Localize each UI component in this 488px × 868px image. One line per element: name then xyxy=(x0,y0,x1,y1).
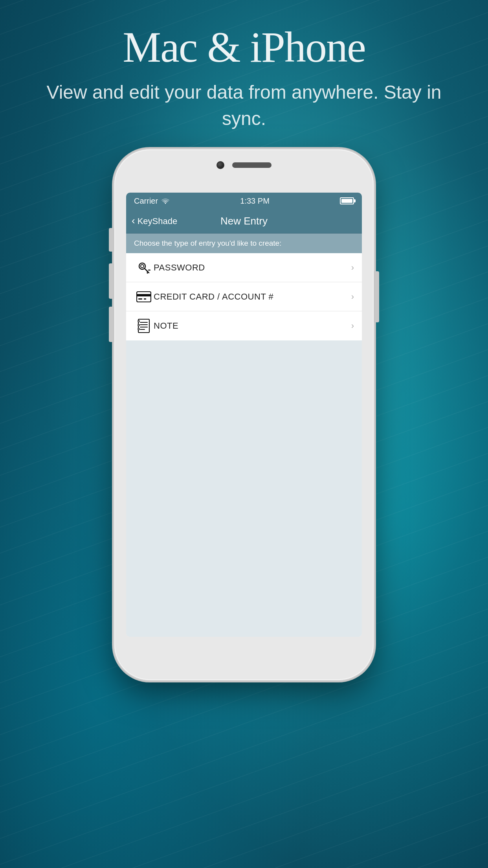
password-chevron-icon: › xyxy=(351,263,354,273)
status-time: 1:33 PM xyxy=(240,197,269,206)
svg-point-1 xyxy=(141,265,144,268)
back-button[interactable]: ‹ KeyShade xyxy=(132,215,177,227)
svg-rect-8 xyxy=(144,298,146,300)
phone-speaker xyxy=(232,162,272,168)
list-item-note[interactable]: NOTE › xyxy=(126,311,362,340)
svg-rect-7 xyxy=(138,298,142,300)
list-item-password[interactable]: PASSWORD › xyxy=(126,253,362,282)
svg-rect-6 xyxy=(137,294,151,296)
back-label: KeyShade xyxy=(138,216,178,226)
phone-camera xyxy=(216,161,224,169)
battery-fill xyxy=(341,199,352,203)
screen-content: Carrier 1:33 PM xyxy=(126,193,362,637)
credit-card-label: CREDIT CARD / ACCOUNT # xyxy=(154,292,351,302)
page-subtitle: View and edit your data from anywhere. S… xyxy=(31,79,457,132)
phone-volume-up-button xyxy=(109,263,114,299)
note-label: NOTE xyxy=(154,321,351,331)
nav-bar: ‹ KeyShade New Entry xyxy=(126,209,362,234)
carrier-label: Carrier xyxy=(134,197,158,206)
phone-volume-down-button xyxy=(109,307,114,342)
battery-indicator xyxy=(340,197,354,204)
wifi-icon xyxy=(161,198,170,204)
svg-line-2 xyxy=(145,268,149,273)
phone-power-button xyxy=(374,271,379,322)
key-icon xyxy=(134,261,154,274)
phone-screen: Carrier 1:33 PM xyxy=(126,193,362,637)
credit-card-icon xyxy=(134,291,154,302)
battery-icon xyxy=(340,197,354,204)
status-bar: Carrier 1:33 PM xyxy=(126,193,362,209)
header-section: Mac & iPhone View and edit your data fro… xyxy=(0,24,488,132)
page-title: Mac & iPhone xyxy=(31,24,457,71)
section-header: Choose the type of entry you'd like to c… xyxy=(126,234,362,253)
phone-body: Carrier 1:33 PM xyxy=(114,149,374,680)
credit-card-chevron-icon: › xyxy=(351,292,354,302)
carrier-info: Carrier xyxy=(134,197,170,206)
back-chevron-icon: ‹ xyxy=(132,215,135,227)
entry-type-list: PASSWORD › CREDIT xyxy=(126,253,362,340)
note-icon xyxy=(134,319,154,333)
list-item-credit-card[interactable]: CREDIT CARD / ACCOUNT # › xyxy=(126,282,362,311)
nav-title: New Entry xyxy=(220,215,268,227)
phone-mute-button xyxy=(109,228,114,252)
svg-rect-5 xyxy=(137,292,151,302)
section-header-text: Choose the type of entry you'd like to c… xyxy=(134,239,281,247)
note-chevron-icon: › xyxy=(351,321,354,331)
empty-content-area xyxy=(126,340,362,637)
phone-mockup: Carrier 1:33 PM xyxy=(114,149,374,680)
password-label: PASSWORD xyxy=(154,263,351,273)
phone-top-area xyxy=(114,161,374,169)
svg-rect-9 xyxy=(138,319,149,333)
